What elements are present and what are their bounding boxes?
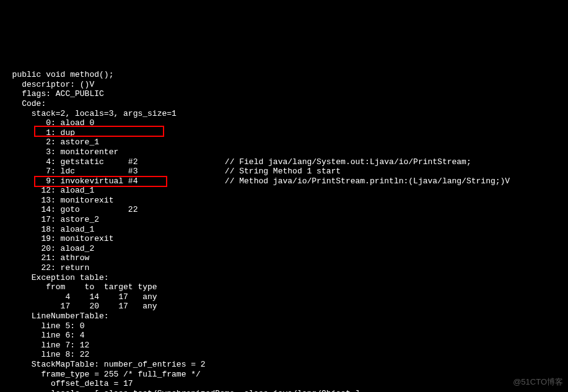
code-line: 4 14 17 any [2,292,566,302]
code-line: offset_delta = 17 [2,379,566,389]
code-line: line 8: 22 [2,350,566,360]
code-line: 12: aload_1 [2,186,566,196]
code-line: 19: monitorexit [2,234,566,244]
code-line: Exception table: [2,273,566,283]
code-line: 14: goto 22 [2,205,566,215]
bytecode-output: public void method(); descriptor: ()V fl… [2,41,566,392]
code-line: 0: aload_0 [2,118,566,128]
code-line: LineNumberTable: [2,311,566,321]
code-line: 1: dup [2,128,566,138]
code-line: from to target type [2,282,566,292]
code-line: 2: astore_1 [2,137,566,147]
code-line: line 5: 0 [2,321,566,331]
code-line: line 6: 4 [2,331,566,341]
code-line: StackMapTable: number_of_entries = 2 [2,360,566,370]
code-line: descriptor: ()V [2,80,566,90]
watermark: @51CTO博客 [513,377,563,387]
code-line: 13: monitorexit [2,196,566,206]
code-line: 20: aload_2 [2,244,566,254]
code-line: flags: ACC_PUBLIC [2,89,566,99]
code-line: frame_type = 255 /* full_frame */ [2,370,566,380]
code-line: line 7: 12 [2,341,566,351]
code-line: 7: ldc #3 // String Method 1 start [2,167,566,176]
code-line: 17 20 17 any [2,302,566,311]
code-line: 21: athrow [2,253,566,263]
code-line: 22: return [2,263,566,273]
code-line: stack=2, locals=3, args_size=1 [2,109,566,119]
code-line: 3: monitorenter [2,147,566,157]
code-line: Code: [2,99,566,109]
code-line: 18: aload_1 [2,225,566,235]
code-line: 9: invokevirtual #4 // Method java/io/Pr… [2,176,566,186]
code-line: 17: astore_2 [2,215,566,225]
code-line: 4: getstatic #2 // Field java/lang/Syste… [2,157,566,167]
code-line: public void method(); [2,70,566,80]
code-line: locals = [ class test/SynchronizedDemo, … [2,389,566,392]
